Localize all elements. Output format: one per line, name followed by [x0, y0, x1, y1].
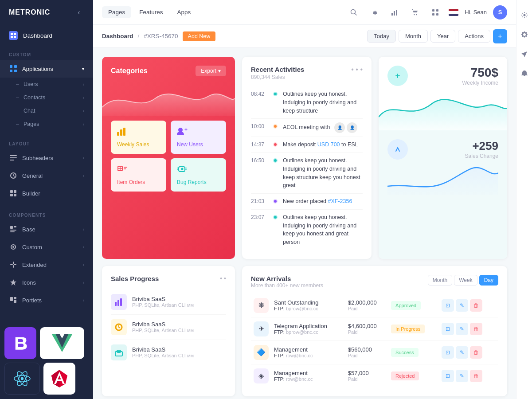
- svg-rect-10: [10, 160, 14, 160]
- chat-label: Chat: [23, 108, 35, 114]
- svg-rect-14: [10, 194, 13, 196]
- svg-rect-63: [117, 300, 119, 306]
- month-filter-button[interactable]: Month: [428, 275, 452, 286]
- activity-dot: [273, 215, 278, 219]
- day-filter-button[interactable]: Day: [479, 275, 498, 286]
- today-button[interactable]: Today: [367, 30, 396, 43]
- add-icon-button[interactable]: +: [493, 29, 507, 43]
- right-bell-icon[interactable]: [518, 67, 531, 80]
- row-actions: ⊡ ✎ 🗑: [441, 299, 496, 312]
- sidebar-sub-users[interactable]: – Users ›: [0, 78, 93, 91]
- svg-point-21: [12, 246, 14, 248]
- extended-label: Extended: [22, 262, 47, 268]
- weekly-sales-label: Weekly Sales: [117, 141, 160, 148]
- cat-new-users[interactable]: + New Users: [171, 121, 226, 154]
- app-icon: ✈: [254, 321, 269, 336]
- activity-item: 08:42 Outlines keep you honest. Indulgin…: [251, 86, 363, 119]
- subheader: Dashboard / #XRS-45670 Add New Today Mon…: [93, 25, 516, 48]
- sidebar-toggle[interactable]: ‹: [74, 7, 84, 18]
- sidebar-sub-chat[interactable]: – Chat ›: [0, 104, 93, 117]
- sidebar-item-subheaders[interactable]: Subheaders ›: [0, 149, 93, 167]
- recent-menu-dots[interactable]: • • •: [351, 66, 363, 74]
- sidebar-sub-contacts[interactable]: – Contacts ›: [0, 91, 93, 104]
- search-icon[interactable]: [347, 5, 361, 20]
- sidebar-item-base[interactable]: Base ›: [0, 220, 93, 238]
- week-filter-button[interactable]: Week: [454, 275, 477, 286]
- chart-icon[interactable]: [387, 5, 402, 20]
- edit-button[interactable]: ✎: [456, 370, 468, 382]
- dashboard-icon: [9, 31, 18, 40]
- bug-reports-icon: [177, 164, 220, 176]
- svg-rect-35: [391, 13, 393, 16]
- sidebar-item-builder[interactable]: Builder: [0, 184, 93, 202]
- applications-label: Applications: [22, 66, 53, 72]
- nav-features[interactable]: Features: [133, 6, 169, 18]
- cart-icon[interactable]: [408, 5, 422, 20]
- app-ftp: FTP: bprow@bnc.cc: [274, 306, 343, 311]
- delete-button[interactable]: 🗑: [470, 323, 482, 335]
- actions-button[interactable]: Actions: [458, 30, 490, 43]
- arr-paid: Paid: [348, 353, 386, 358]
- cat-item-orders[interactable]: Item Orders: [111, 158, 166, 192]
- right-gear-icon[interactable]: [518, 28, 531, 41]
- react-badge[interactable]: [4, 363, 40, 395]
- svg-rect-62: [115, 302, 117, 306]
- page-content: Categories Export ▾: [93, 48, 516, 399]
- activity-dot: [273, 92, 278, 96]
- grid-icon[interactable]: [428, 5, 442, 20]
- prog-name-0: Briviba SaaS: [132, 296, 226, 302]
- sidebar-item-extended[interactable]: Extended ›: [0, 256, 93, 274]
- svg-rect-17: [14, 226, 16, 227]
- activity-item: 10:00 AEOL meeting with 👤 👤: [251, 119, 363, 137]
- cat-weekly-sales[interactable]: Weekly Sales: [111, 121, 166, 154]
- export-button[interactable]: Export ▾: [196, 66, 226, 76]
- layout-section-label: LAYOUT: [0, 135, 93, 149]
- year-button[interactable]: Year: [430, 30, 455, 43]
- svg-rect-7: [14, 70, 17, 72]
- view-button[interactable]: ⊡: [442, 370, 454, 382]
- delete-button[interactable]: 🗑: [470, 299, 482, 312]
- vue-badge[interactable]: [40, 327, 84, 359]
- arr-amount: $2,000,000: [348, 299, 386, 306]
- month-button[interactable]: Month: [399, 30, 428, 43]
- income-chart: [379, 86, 507, 130]
- delete-button[interactable]: 🗑: [470, 346, 482, 359]
- svg-rect-15: [14, 194, 16, 196]
- sidebar-item-icons[interactable]: Icons ›: [0, 274, 93, 291]
- user-avatar[interactable]: S: [493, 5, 507, 20]
- svg-rect-19: [10, 231, 15, 232]
- arr-amount: $560,000: [348, 346, 386, 353]
- sidebar-item-applications[interactable]: Applications ▾: [0, 60, 93, 78]
- delete-button[interactable]: 🗑: [470, 370, 482, 382]
- right-settings-icon[interactable]: [518, 9, 531, 21]
- edit-button[interactable]: ✎: [456, 299, 468, 312]
- sidebar-item-custom[interactable]: Custom ›: [0, 238, 93, 256]
- bootstrap-badge[interactable]: [4, 327, 36, 359]
- right-paper-plane-icon[interactable]: [518, 48, 531, 60]
- arrivals-table: ❋ Sant Outstanding FTP: bprow@bnc.cc $2,…: [251, 294, 498, 387]
- sales-progress-menu[interactable]: • •: [220, 275, 226, 282]
- sidebar-item-portlets[interactable]: Portlets ›: [0, 291, 93, 309]
- edit-button[interactable]: ✎: [456, 323, 468, 335]
- general-label: General: [22, 172, 43, 179]
- table-row: ◈ Management FTP: row@bnc.cc $57,000 Pai…: [251, 364, 498, 387]
- angular-badge[interactable]: [43, 363, 75, 395]
- nav-pages[interactable]: Pages: [102, 6, 131, 18]
- view-button[interactable]: ⊡: [442, 299, 454, 312]
- table-row: ❋ Sant Outstanding FTP: bprow@bnc.cc $2,…: [251, 294, 498, 317]
- add-new-button[interactable]: Add New: [183, 31, 216, 41]
- svg-rect-9: [10, 157, 17, 158]
- custom-icon: [9, 243, 18, 251]
- edit-button[interactable]: ✎: [456, 346, 468, 359]
- cat-bug-reports[interactable]: Bug Reports: [171, 158, 226, 192]
- settings-icon[interactable]: [367, 5, 381, 20]
- view-button[interactable]: ⊡: [442, 346, 454, 359]
- sidebar-sub-pages[interactable]: – Pages ›: [0, 117, 93, 131]
- sidebar-item-general[interactable]: General ›: [0, 167, 93, 184]
- sidebar-item-dashboard[interactable]: Dashboard: [0, 25, 93, 46]
- nav-apps[interactable]: Apps: [171, 6, 197, 18]
- svg-rect-46: [123, 128, 125, 136]
- view-button[interactable]: ⊡: [442, 323, 454, 335]
- svg-rect-64: [120, 298, 122, 306]
- language-flag[interactable]: [449, 9, 458, 16]
